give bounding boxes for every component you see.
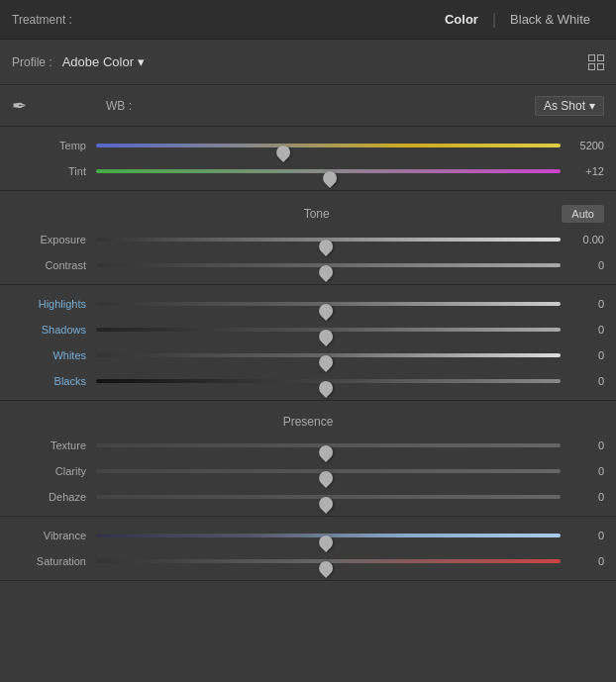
wb-sliders-section: Temp 5200 Tint +12: [0, 127, 616, 191]
vibrance-track-container[interactable]: [96, 530, 561, 541]
grid-row-bottom: [588, 63, 604, 70]
temp-value: 5200: [568, 140, 604, 151]
wb-select[interactable]: As Shot ▾: [535, 96, 604, 116]
wb-value: As Shot: [544, 99, 585, 113]
shadows-slider-row: Shadows 0: [0, 317, 616, 342]
blacks-label: Blacks: [12, 375, 86, 387]
blacks-track-container[interactable]: [96, 375, 561, 387]
clarity-slider-row: Clarity 0: [0, 458, 616, 484]
wb-row: ✒ WB : As Shot ▾: [0, 85, 616, 127]
saturation-track-container[interactable]: [96, 555, 561, 567]
highlights-track-container[interactable]: [96, 298, 561, 310]
saturation-slider-row: Saturation 0: [0, 548, 616, 574]
tint-track-container[interactable]: [96, 165, 561, 177]
vibrance-value: 0: [568, 530, 604, 541]
clarity-value: 0: [568, 465, 604, 477]
shadows-value: 0: [568, 324, 604, 336]
exposure-track-container[interactable]: [96, 234, 561, 245]
tone-header: Tone Auto: [0, 197, 616, 227]
grid-row-top: [588, 54, 604, 61]
grid-cell: [597, 63, 604, 70]
tint-label: Tint: [12, 165, 86, 177]
temp-slider-row: Temp 5200: [0, 133, 616, 158]
color-section: Vibrance 0 Saturation 0: [0, 517, 616, 581]
tint-slider-row: Tint +12: [0, 158, 616, 184]
tone-title: Tone: [71, 207, 562, 221]
whites-value: 0: [568, 349, 604, 361]
contrast-slider-row: Contrast 0: [0, 252, 616, 278]
profile-dropdown-arrow: ▾: [138, 54, 145, 69]
highlights-value: 0: [568, 298, 604, 310]
auto-button[interactable]: Auto: [562, 205, 604, 223]
contrast-track-container[interactable]: [96, 259, 561, 271]
wb-dropdown-arrow: ▾: [589, 99, 595, 113]
shadows-track-container[interactable]: [96, 324, 561, 336]
dehaze-label: Dehaze: [12, 491, 86, 503]
treatment-label: Treatment :: [12, 13, 72, 27]
grid-cell: [588, 63, 595, 70]
texture-value: 0: [568, 439, 604, 451]
wb-label: WB :: [86, 99, 535, 113]
vibrance-slider-row: Vibrance 0: [0, 523, 616, 548]
tonal-section: Highlights 0 Shadows 0 Whites 0: [0, 285, 616, 401]
blacks-slider-row: Blacks 0: [0, 368, 616, 394]
profile-left: Profile : Adobe Color ▾: [12, 54, 145, 69]
exposure-value: 0.00: [568, 234, 604, 245]
presence-header: Presence: [0, 407, 616, 433]
presence-title: Presence: [12, 415, 604, 429]
lightroom-panel: Treatment : Color | Black & White Profil…: [0, 0, 616, 581]
contrast-value: 0: [568, 259, 604, 271]
vibrance-label: Vibrance: [12, 530, 86, 541]
texture-slider-row: Texture 0: [0, 433, 616, 458]
clarity-track-container[interactable]: [96, 465, 561, 477]
shadows-label: Shadows: [12, 324, 86, 336]
bw-treatment-button[interactable]: Black & White: [496, 8, 604, 31]
clarity-label: Clarity: [12, 465, 86, 477]
temp-label: Temp: [12, 140, 86, 151]
blacks-value: 0: [568, 375, 604, 387]
exposure-label: Exposure: [12, 234, 86, 245]
tone-section: Tone Auto Exposure 0.00 Contrast 0: [0, 191, 616, 285]
profile-value: Adobe Color: [62, 54, 134, 69]
temp-track-container[interactable]: [96, 140, 561, 151]
treatment-bar: Treatment : Color | Black & White: [0, 0, 616, 40]
highlights-slider-row: Highlights 0: [0, 291, 616, 317]
temp-track: [96, 144, 561, 147]
profile-grid-icon[interactable]: [588, 54, 604, 70]
profile-row: Profile : Adobe Color ▾: [0, 40, 616, 85]
highlights-label: Highlights: [12, 298, 86, 310]
contrast-label: Contrast: [12, 259, 86, 271]
grid-cell: [597, 54, 604, 61]
dehaze-value: 0: [568, 491, 604, 503]
treatment-options: Color | Black & White: [431, 8, 604, 31]
texture-track-container[interactable]: [96, 439, 561, 451]
dehaze-slider-row: Dehaze 0: [0, 484, 616, 510]
grid-cell: [588, 54, 595, 61]
whites-label: Whites: [12, 349, 86, 361]
presence-section: Presence Texture 0 Clarity 0 Dehaze: [0, 401, 616, 517]
whites-slider-row: Whites 0: [0, 342, 616, 368]
saturation-label: Saturation: [12, 555, 86, 567]
color-treatment-button[interactable]: Color: [431, 8, 492, 31]
tint-value: +12: [568, 165, 604, 177]
exposure-slider-row: Exposure 0.00: [0, 227, 616, 252]
whites-track-container[interactable]: [96, 349, 561, 361]
profile-label: Profile :: [12, 55, 52, 69]
eyedropper-icon[interactable]: ✒: [12, 95, 27, 117]
texture-label: Texture: [12, 439, 86, 451]
profile-select[interactable]: Adobe Color ▾: [62, 54, 145, 69]
saturation-value: 0: [568, 555, 604, 567]
dehaze-track-container[interactable]: [96, 491, 561, 503]
